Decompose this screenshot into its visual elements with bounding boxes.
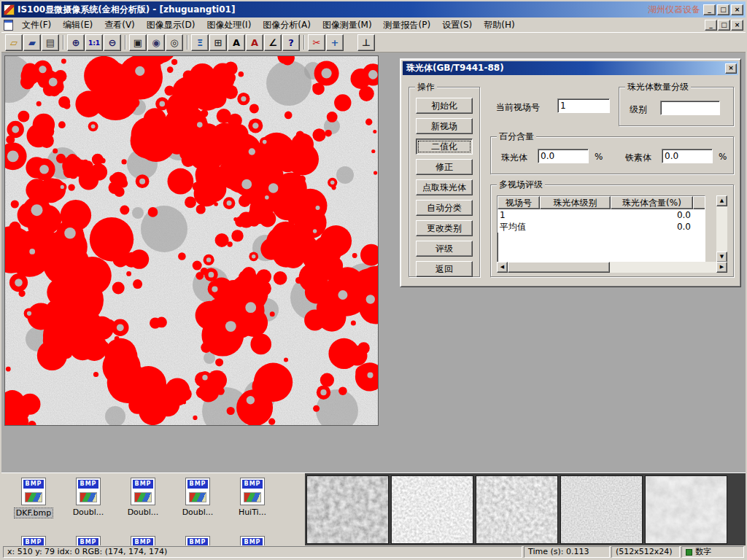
table-row[interactable]: 平均值 0.0 — [498, 221, 705, 233]
op-button-8[interactable]: 返回 — [416, 261, 473, 277]
open-button[interactable]: ▱ — [5, 34, 23, 51]
menu-item-1[interactable]: 编辑(E) — [57, 18, 98, 33]
dialog-title-bar[interactable]: 珠光体(GB/T9441-88) × — [403, 61, 738, 75]
target-icon: ◎ — [170, 37, 178, 48]
file-label[interactable]: Doubl... — [120, 508, 166, 517]
file-label[interactable]: DKF.bmp — [14, 508, 53, 518]
text-annotate-button[interactable]: A — [228, 34, 245, 51]
table-horizontal-scrollbar[interactable]: ◀ ▶ — [497, 262, 727, 273]
zoom-in-button[interactable]: ⊕ — [67, 34, 85, 51]
column-header-ferrite[interactable]: 铁素体 — [693, 196, 705, 209]
thumbnail-4[interactable] — [560, 475, 643, 544]
scroll-left-icon[interactable]: ◀ — [497, 262, 508, 273]
mdi-minimize-button[interactable]: _ — [705, 20, 717, 31]
column-header-level[interactable]: 珠光体级别 — [540, 196, 611, 209]
bmp-badge: BMP — [78, 538, 98, 545]
file-item[interactable]: BMPDoubl... — [120, 478, 166, 517]
open-icon: ▱ — [10, 37, 18, 48]
bmp-file-icon: BMP — [185, 536, 210, 545]
file-item-partial[interactable]: BMP — [10, 536, 57, 545]
ferrite-input[interactable] — [662, 149, 713, 163]
hscroll-track[interactable] — [508, 262, 716, 273]
maximize-button[interactable]: □ — [717, 4, 729, 15]
mdi-close-button[interactable]: × — [731, 20, 743, 31]
vscroll-track[interactable] — [716, 206, 727, 252]
file-item[interactable]: BMPHuiTi... — [229, 478, 276, 517]
picker-button[interactable]: + — [326, 34, 344, 51]
grid-measure-button[interactable]: ⊞ — [209, 34, 227, 51]
target-button[interactable]: ◎ — [166, 34, 183, 51]
op-button-2[interactable]: 二值化 — [416, 139, 473, 155]
table-vertical-scrollbar[interactable]: ▲ ▼ — [716, 195, 727, 262]
bmp-file-icon: BMP — [131, 478, 155, 505]
file-item[interactable]: BMPDKF.bmp — [10, 478, 57, 518]
file-item-partial[interactable]: BMP — [229, 536, 276, 545]
file-label[interactable]: Doubl... — [174, 508, 221, 517]
bmp-file-icon: BMP — [21, 478, 46, 505]
menu-item-8[interactable]: 设置(S) — [436, 18, 478, 33]
cell-content: 0.0 — [611, 209, 693, 221]
zoom-out-button[interactable]: ⊖ — [104, 34, 121, 51]
actual-size-button[interactable]: 1:1 — [85, 34, 103, 51]
scroll-up-icon[interactable]: ▲ — [716, 195, 727, 206]
file-item-partial[interactable]: BMP — [174, 536, 221, 545]
print-button[interactable]: ▤ — [42, 34, 59, 51]
cell-field: 平均值 — [498, 221, 540, 233]
file-label[interactable]: HuiTi... — [229, 508, 276, 517]
op-button-7[interactable]: 评级 — [416, 241, 473, 257]
thumbnail-1[interactable] — [306, 475, 389, 544]
menu-item-2[interactable]: 查看(V) — [98, 18, 141, 33]
column-header-field[interactable]: 视场号 — [498, 196, 540, 209]
snapshot-button[interactable]: ◉ — [147, 34, 165, 51]
font-button[interactable]: A — [246, 34, 263, 51]
column-header-content[interactable]: 珠光体含量(%) — [611, 196, 693, 209]
file-item-partial[interactable]: BMP — [120, 536, 166, 545]
file-label[interactable]: Doubl... — [65, 508, 112, 517]
video-camera-button[interactable]: ▣ — [129, 34, 147, 51]
op-button-6[interactable]: 更改类别 — [416, 220, 473, 236]
op-button-1[interactable]: 新视场 — [416, 118, 473, 134]
menu-item-5[interactable]: 图像分析(A) — [257, 18, 317, 33]
operation-group: 操作 初始化新视场二值化修正点取珠光体自动分类更改类别评级返回 — [409, 87, 480, 277]
op-button-3[interactable]: 修正 — [416, 159, 473, 175]
minimize-button[interactable]: _ — [703, 4, 716, 15]
scroll-down-icon[interactable]: ▼ — [716, 252, 727, 262]
thumbnail-3[interactable] — [476, 475, 558, 544]
thumbnail-2[interactable] — [391, 475, 473, 544]
save-button[interactable]: ▰ — [23, 34, 41, 51]
op-button-0[interactable]: 初始化 — [416, 98, 473, 114]
menu-item-3[interactable]: 图像显示(D) — [141, 18, 201, 33]
file-item[interactable]: BMPDoubl... — [174, 478, 221, 517]
document-icon[interactable] — [4, 20, 13, 31]
dialog-close-button[interactable]: × — [725, 63, 737, 74]
scissors-button[interactable]: ✂ — [308, 34, 325, 51]
menu-item-6[interactable]: 图像测量(M) — [317, 18, 378, 33]
video-camera-icon: ▣ — [133, 37, 142, 48]
op-button-4[interactable]: 点取珠光体 — [416, 179, 473, 195]
file-item[interactable]: BMPDoubl... — [65, 478, 112, 517]
hscroll-thumb[interactable] — [508, 262, 610, 273]
vertical-caliper-button[interactable]: ⊥ — [357, 34, 375, 51]
zoom-out-icon: ⊖ — [109, 37, 117, 48]
menu-item-7[interactable]: 测量报告(P) — [378, 18, 437, 33]
pearlite-input[interactable] — [538, 149, 589, 163]
metallographic-image-canvas[interactable] — [5, 56, 378, 425]
help-button[interactable]: ? — [282, 34, 300, 51]
thumbnail-strip — [305, 473, 746, 545]
current-field-input[interactable] — [557, 98, 610, 113]
multi-field-group-label: 多视场评级 — [497, 179, 545, 190]
close-button[interactable]: × — [731, 4, 743, 15]
menu-item-4[interactable]: 图像处理(I) — [201, 18, 257, 33]
file-item-partial[interactable]: BMP — [65, 536, 112, 545]
mdi-restore-button[interactable]: □ — [718, 20, 730, 31]
digital-mode-icon — [686, 549, 692, 556]
menu-item-0[interactable]: 文件(F) — [16, 18, 57, 33]
scroll-right-icon[interactable]: ▶ — [716, 262, 727, 273]
angle-measure-button[interactable]: ∠ — [264, 34, 282, 51]
caliper-button[interactable]: Ξ — [191, 34, 209, 51]
thumbnail-5[interactable] — [645, 475, 727, 544]
menu-item-9[interactable]: 帮助(H) — [478, 18, 520, 33]
level-input[interactable] — [660, 101, 720, 115]
op-button-5[interactable]: 自动分类 — [416, 200, 473, 216]
table-row[interactable]: 1 0.0 — [498, 209, 705, 221]
